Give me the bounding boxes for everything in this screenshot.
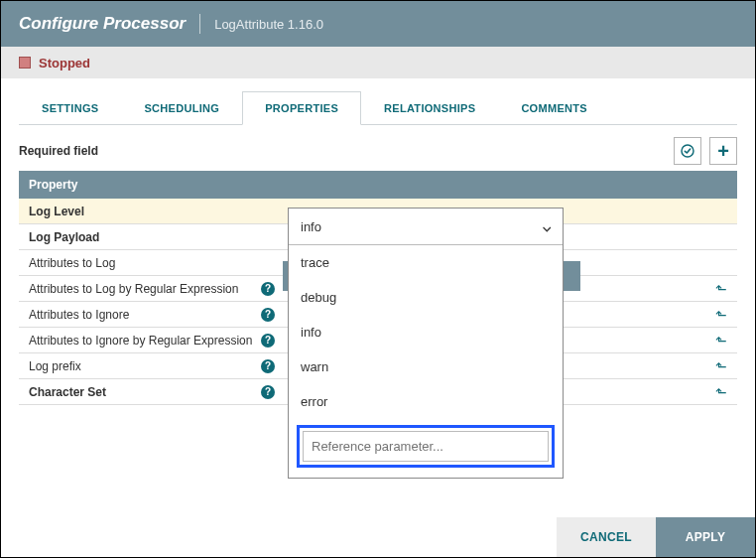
dropdown-selected[interactable]: info ⌵ [289,209,563,245]
property-name-cell: Character Set? [19,385,285,399]
property-name: Attributes to Ignore [29,308,129,322]
reference-arrow-icon[interactable]: ⬑ [715,358,727,374]
property-name: Attributes to Log [29,256,115,270]
reference-parameter-highlight [297,425,555,468]
property-name-cell: Attributes to Log [19,256,285,270]
tab-relationships[interactable]: RELATIONSHIPS [361,91,498,125]
status-bar: Stopped [1,47,755,78]
reference-arrow-icon[interactable]: ⬑ [715,281,727,297]
property-name-cell: Log Level [19,205,285,218]
property-name-cell: Attributes to Ignore by Regular Expressi… [19,334,285,348]
help-icon[interactable]: ? [261,282,275,296]
property-name-cell: Attributes to Log by Regular Expression? [19,282,285,296]
tab-properties[interactable]: PROPERTIES [242,91,361,125]
reference-parameter-input[interactable] [303,431,549,462]
reference-arrow-icon[interactable]: ⬑ [715,307,727,323]
help-icon[interactable]: ? [261,334,275,348]
dropdown-option[interactable]: info [289,315,563,349]
property-name: Attributes to Ignore by Regular Expressi… [29,334,252,348]
tab-scheduling[interactable]: SCHEDULING [121,91,242,125]
dropdown-option[interactable]: error [289,384,563,419]
dialog-title: Configure Processor [19,14,200,34]
dropdown-option[interactable]: warn [289,349,563,384]
tab-comments[interactable]: COMMENTS [498,91,610,125]
property-name-cell: Log Payload [19,230,285,244]
help-icon[interactable]: ? [261,359,275,373]
property-name: Attributes to Log by Regular Expression [29,282,238,296]
reference-arrow-icon[interactable]: ⬑ [715,333,727,349]
status-label: Stopped [39,56,90,70]
dialog-subtitle: LogAttribute 1.16.0 [214,17,323,32]
chevron-down-icon: ⌵ [543,218,551,234]
dialog-footer: CANCEL APPLY [1,517,755,557]
property-name: Log Payload [29,230,99,244]
log-level-dropdown[interactable]: info ⌵ tracedebuginfowarnerror [288,208,564,479]
dropdown-option[interactable]: debug [289,280,563,315]
tab-settings[interactable]: SETTINGS [19,91,121,125]
tab-bar: SETTINGS SCHEDULING PROPERTIES RELATIONS… [19,90,737,125]
check-circle-icon [680,143,695,159]
property-name: Log Level [29,205,84,218]
plus-icon: + [717,141,729,161]
property-name-cell: Log prefix? [19,359,285,373]
verify-button[interactable] [674,137,701,165]
dropdown-selected-label: info [301,219,321,234]
property-name: Character Set [29,385,106,399]
help-icon[interactable]: ? [261,385,275,399]
property-column-header: Property [19,171,737,199]
apply-button[interactable]: APPLY [656,517,755,557]
property-name-cell: Attributes to Ignore? [19,308,285,322]
add-property-button[interactable]: + [709,137,737,165]
stopped-icon [19,57,31,69]
reference-arrow-icon[interactable]: ⬑ [715,384,727,400]
cancel-button[interactable]: CANCEL [557,517,656,557]
dialog-header: Configure Processor LogAttribute 1.16.0 [1,1,755,47]
dropdown-option[interactable]: trace [289,245,563,280]
required-field-label: Required field [19,144,666,158]
property-name: Log prefix [29,359,81,373]
help-icon[interactable]: ? [261,308,275,322]
